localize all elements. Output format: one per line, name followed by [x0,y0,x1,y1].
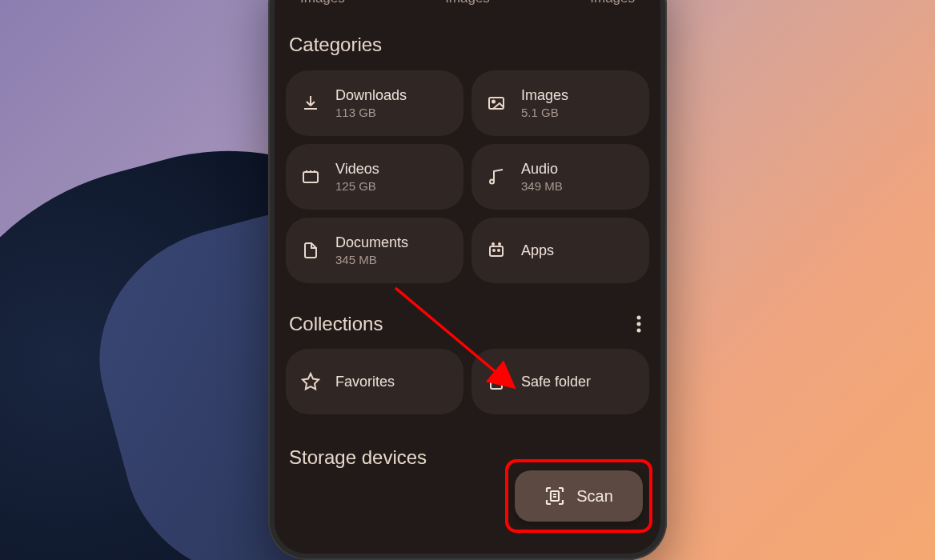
category-size: 5.1 GB [521,106,568,119]
recents-labels-row: Images Images Images [286,0,649,6]
category-size: 345 MB [335,253,408,266]
category-label: Apps [521,242,554,259]
svg-point-8 [498,250,500,251]
collection-safe-folder[interactable]: Safe folder [472,349,649,414]
category-size: 113 GB [335,106,407,119]
apps-icon [486,240,507,261]
video-icon [300,166,321,187]
svg-point-11 [637,329,641,333]
collections-more-button[interactable] [628,312,649,336]
svg-rect-2 [303,172,318,182]
svg-point-3 [490,180,494,184]
phone-frame: Images Images Images Categories Download… [268,0,667,560]
category-label: Images [521,87,568,104]
categories-heading: Categories [289,34,649,56]
lock-icon [486,371,507,392]
svg-point-9 [637,316,641,320]
scan-icon [544,486,565,506]
category-label: Audio [521,161,563,178]
recent-label: Images [300,0,345,6]
collection-favorites[interactable]: Favorites [286,349,463,414]
image-icon [486,93,507,114]
svg-point-5 [492,243,494,245]
star-icon [300,371,321,392]
storage-heading: Storage devices [289,446,649,469]
audio-icon [486,166,507,187]
svg-point-1 [492,101,495,103]
category-apps[interactable]: Apps [472,218,649,283]
svg-point-6 [499,243,500,245]
svg-point-7 [493,250,495,251]
download-icon [300,93,321,114]
categories-grid: Downloads 113 GB Images 5.1 GB Video [286,70,649,283]
document-icon [300,240,321,261]
category-documents[interactable]: Documents 345 MB [286,218,463,283]
category-downloads[interactable]: Downloads 113 GB [286,70,463,136]
phone-screen: Images Images Images Categories Download… [275,0,660,554]
category-label: Downloads [335,87,407,104]
recent-label: Images [590,0,635,6]
category-images[interactable]: Images 5.1 GB [472,70,649,136]
collection-label: Favorites [335,374,395,390]
collection-label: Safe folder [521,374,591,390]
scan-button[interactable]: Scan [515,470,643,522]
scan-label: Scan [576,487,613,506]
category-size: 349 MB [521,179,563,193]
category-label: Documents [335,234,408,251]
svg-rect-4 [490,246,503,256]
category-videos[interactable]: Videos 125 GB [286,144,463,210]
category-audio[interactable]: Audio 349 MB [472,144,649,210]
collections-heading: Collections [289,313,383,335]
category-size: 125 GB [335,179,379,193]
category-label: Videos [335,161,379,178]
recent-label: Images [445,0,490,6]
svg-point-10 [637,322,641,326]
svg-rect-12 [491,381,502,389]
collections-grid: Favorites Safe folder [286,349,649,414]
svg-rect-0 [489,98,504,109]
